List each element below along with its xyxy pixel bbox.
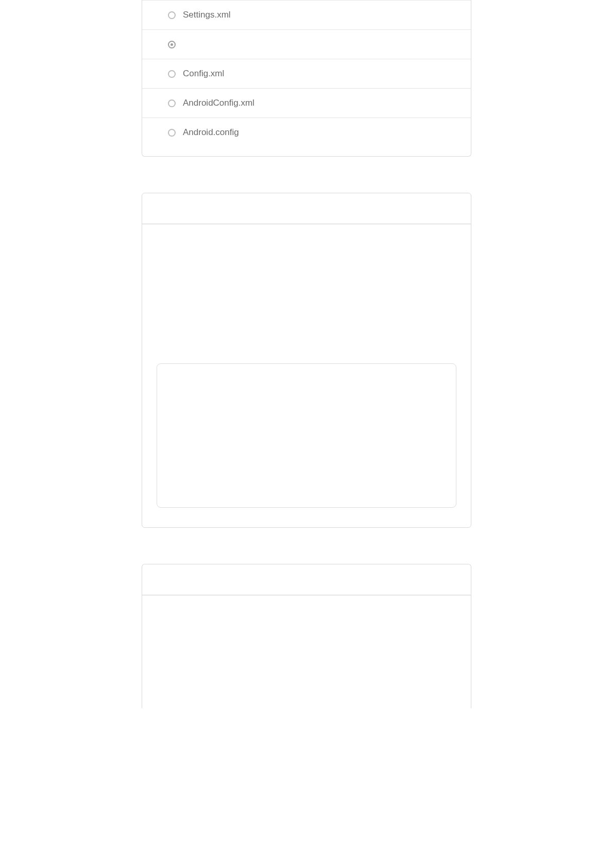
option-label: Android.config xyxy=(183,127,239,138)
radio-icon[interactable] xyxy=(168,41,176,48)
radio-icon[interactable] xyxy=(168,70,176,78)
card-header xyxy=(142,193,471,224)
options-card: Settings.xml Config.xml AndroidConfig.xm… xyxy=(142,0,471,157)
option-row-androidconfig[interactable]: AndroidConfig.xml xyxy=(142,88,471,118)
option-label: Config.xml xyxy=(183,69,224,79)
content-card xyxy=(142,193,471,528)
option-row-empty[interactable] xyxy=(142,29,471,59)
option-row-android-config[interactable]: Android.config xyxy=(142,118,471,147)
option-row-config[interactable]: Config.xml xyxy=(142,59,471,88)
radio-icon[interactable] xyxy=(168,11,176,19)
inner-panel xyxy=(157,363,456,508)
option-label: Settings.xml xyxy=(183,10,231,20)
option-label: AndroidConfig.xml xyxy=(183,98,254,108)
radio-icon[interactable] xyxy=(168,129,176,137)
radio-icon[interactable] xyxy=(168,99,176,107)
card-header xyxy=(142,564,471,595)
option-row-settings[interactable]: Settings.xml xyxy=(142,0,471,29)
content-card-bottom xyxy=(142,564,471,708)
